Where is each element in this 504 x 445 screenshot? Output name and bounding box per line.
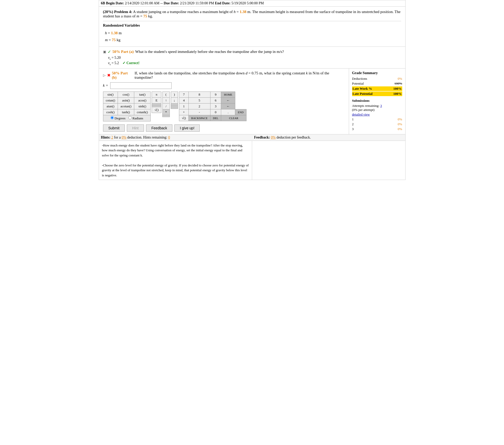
plus-button[interactable]: + [179, 109, 189, 115]
sub-2-val: 0% [398, 122, 402, 126]
dot-button[interactable]: . [221, 109, 235, 115]
empty2 [152, 105, 161, 107]
mult-button[interactable]: * [163, 109, 170, 115]
submit-button[interactable]: Submit [103, 124, 125, 132]
problem-percent: (20%) [103, 10, 113, 14]
part-b-x-icon: ✖ [107, 73, 110, 78]
bottom-header: Hints: 2 for a 0% deduction. Hints remai… [99, 134, 405, 141]
num5-button[interactable]: 5 [188, 97, 210, 103]
submission-1: 1 0% [352, 117, 402, 121]
num2-button[interactable]: 2 [188, 103, 210, 109]
late-work-row: Late Work % 100% [352, 86, 402, 91]
num7-button[interactable]: 7 [179, 92, 189, 97]
detailed-view-link[interactable]: detailed view [352, 112, 402, 117]
hints-count-link[interactable]: 2 [111, 135, 113, 139]
grade-summary-sidebar: Grade Summary Deductions 0% Potential 10… [349, 69, 405, 134]
num3-button[interactable]: 3 [210, 103, 221, 109]
part-a-check-icon: ✓ [108, 49, 111, 54]
atan-button[interactable]: atan() [103, 103, 118, 109]
part-b-collapse-icon[interactable]: ▷ [103, 73, 106, 77]
part-b-main: ▷ ✖ 50% Part (b) If, when she lands on t… [99, 69, 349, 134]
hints-header: Hints: 2 for a 0% deduction. Hints remai… [101, 135, 250, 140]
home-button[interactable]: HOME [221, 92, 235, 97]
problem-area: (20%) Problem 4: A student jumping on a … [99, 7, 406, 47]
part-b-header: ▷ ✖ 50% Part (b) If, when she lands on t… [103, 71, 345, 80]
acos-button[interactable]: acos() [134, 97, 150, 103]
empty5 [171, 105, 178, 107]
empty1 [152, 103, 161, 105]
cosh-button[interactable]: cosh() [103, 109, 118, 115]
cos-button[interactable]: cos() [118, 92, 134, 97]
deductions-row: Deductions 0% [352, 77, 402, 81]
num6-button[interactable]: 6 [210, 97, 221, 103]
close-paren-button[interactable]: ) [171, 92, 178, 97]
backspace-button[interactable]: BACKSPACE [188, 115, 210, 121]
sub-2-num: 2 [352, 122, 354, 126]
part-a-label: 50% Part (a) [113, 50, 134, 54]
minus-button[interactable]: - [188, 109, 210, 115]
sin-button[interactable]: sin() [103, 92, 118, 97]
end-button[interactable]: END [235, 109, 247, 115]
per-attempt-row: (0% per attempt) [352, 108, 402, 112]
bottom-content: -How much energy does the student have r… [99, 141, 405, 180]
part-a-question: What is the student's speed immediately … [135, 50, 284, 54]
var-m: m = 75 kg [105, 37, 401, 43]
radians-option[interactable]: Radians [128, 116, 143, 120]
submissions-title: Submissions [352, 99, 402, 103]
hints-content: -How much energy does the student have r… [99, 141, 252, 180]
late-potential-row: Late Potential 100% [352, 92, 402, 96]
del-button[interactable]: DEL [210, 115, 221, 121]
sqrt-button[interactable]: √() [152, 107, 161, 113]
input-row: k = [103, 82, 345, 89]
cotan-button[interactable]: cotan() [103, 97, 118, 103]
randomized-vars-title: Randomized Variables [103, 21, 401, 28]
hints-deduction-link[interactable]: 0% [121, 135, 126, 139]
hint-button[interactable]: Hint [127, 124, 144, 132]
k-input[interactable] [110, 82, 172, 89]
feedback-button[interactable]: Feedback [146, 124, 172, 132]
hints-remaining-link[interactable]: 0 [168, 135, 170, 139]
left-arrow2-button[interactable]: ← [221, 103, 235, 109]
cotanh-button[interactable]: cotanh() [134, 109, 150, 115]
feedback-pct-link[interactable]: 0% [271, 135, 276, 139]
potential-label: Potential [352, 82, 364, 86]
num1-button[interactable]: 1 [179, 103, 189, 109]
vars-list: h = 1.38 m m = 75 kg [105, 30, 401, 43]
attempts-row: Attempts remaining: 3 [352, 104, 402, 108]
down-arrow-button[interactable]: ↓ [171, 97, 178, 103]
tanh-button[interactable]: tanh() [118, 109, 134, 115]
degrees-option[interactable]: Degrees [110, 116, 126, 120]
asin-button[interactable]: asin() [118, 97, 134, 103]
acotan-button[interactable]: acotan() [118, 103, 134, 109]
sinh-button[interactable]: sinh() [134, 103, 150, 109]
give-up-button[interactable]: I give up! [174, 124, 200, 132]
sqrt2-button[interactable]: √() [179, 115, 189, 121]
potential-row: Potential 100% [352, 82, 402, 86]
var-h: h = 1.38 m [105, 30, 401, 37]
submission-2: 2 0% [352, 122, 402, 126]
left-arrow-button[interactable]: ← [221, 97, 235, 103]
empty3 [163, 115, 170, 117]
tan-button[interactable]: tan() [134, 92, 150, 97]
pi-button[interactable]: π [152, 92, 161, 97]
part-a-collapse-icon[interactable]: ▣ [103, 50, 106, 54]
open-paren-button[interactable]: ( [163, 92, 170, 97]
arrow-keys: ( ↑ / * [162, 92, 170, 121]
num9-button[interactable]: 9 [210, 92, 221, 97]
clear-button[interactable]: CLEAR [221, 115, 247, 121]
num4-button[interactable]: 4 [179, 97, 189, 103]
hint-2: -Choose the zero level for the potential… [102, 163, 249, 178]
sub-1-val: 0% [398, 117, 402, 121]
part-b-label: 50% Part (b) [112, 71, 133, 80]
deductions-label: Deductions [352, 77, 367, 81]
divide-button[interactable]: / [163, 103, 170, 109]
deductions-value: 0% [398, 77, 402, 81]
up-arrow-button[interactable]: ↑ [163, 97, 170, 103]
num0-button[interactable]: 0 [210, 109, 221, 115]
correct-label: ✓ Correct! [122, 61, 140, 65]
e-button[interactable]: E [152, 97, 161, 103]
late-potential-label: Late Potential [353, 92, 373, 96]
submission-3: 3 0% [352, 127, 402, 131]
num8-button[interactable]: 8 [188, 92, 210, 97]
empty6 [171, 107, 178, 109]
